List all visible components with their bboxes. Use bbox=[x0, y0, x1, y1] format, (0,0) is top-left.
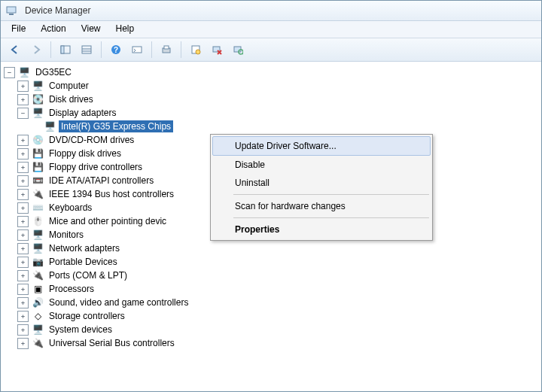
back-button[interactable] bbox=[5, 40, 25, 59]
tree-item-display-adapters[interactable]: −🖥️Display adapters bbox=[17, 106, 538, 120]
toolbar-separator bbox=[101, 41, 102, 58]
tree-item-label: Sound, video and game controllers bbox=[47, 296, 190, 308]
forward-button[interactable] bbox=[26, 40, 46, 59]
context-menu: Update Driver Software... Disable Uninst… bbox=[210, 134, 433, 241]
tree-item-label: Computer bbox=[47, 80, 91, 92]
tree-item-intel-g35[interactable]: 🖥️Intel(R) G35 Express Chips bbox=[31, 120, 538, 133]
expand-icon[interactable]: + bbox=[17, 284, 29, 295]
toolbar-separator bbox=[181, 41, 181, 58]
ctx-separator bbox=[233, 217, 429, 218]
usb-icon: 🔌 bbox=[32, 337, 44, 349]
tree-item-label: Portable Devices bbox=[47, 256, 120, 268]
uninstall-button[interactable] bbox=[207, 40, 227, 59]
collapse-icon[interactable]: − bbox=[4, 67, 15, 78]
tree-item-label: Display adapters bbox=[47, 107, 118, 119]
tree-item-label: Network adapters bbox=[47, 242, 122, 254]
console-button[interactable] bbox=[127, 40, 147, 59]
menu-action[interactable]: Action bbox=[33, 21, 73, 38]
ctx-separator bbox=[233, 194, 429, 195]
ctx-uninstall[interactable]: Uninstall bbox=[212, 174, 431, 192]
intel-g35-icon: 🖥️ bbox=[44, 120, 56, 132]
menu-view[interactable]: View bbox=[74, 21, 108, 38]
expand-icon[interactable]: + bbox=[17, 175, 29, 187]
menubar: File Action View Help bbox=[1, 21, 541, 38]
expand-icon[interactable]: + bbox=[17, 243, 29, 254]
tree-item-label: Keyboards bbox=[47, 202, 94, 214]
svg-rect-9 bbox=[132, 47, 142, 53]
root-icon: 🖥️ bbox=[18, 66, 30, 78]
tree-item-storage[interactable]: +◇Storage controllers bbox=[17, 309, 538, 323]
svg-point-13 bbox=[196, 50, 200, 54]
svg-rect-3 bbox=[61, 46, 64, 53]
tree-item-label: System devices bbox=[47, 324, 114, 336]
titlebar: Device Manager bbox=[1, 1, 541, 21]
expand-icon[interactable]: + bbox=[17, 94, 29, 105]
ports-icon: 🔌 bbox=[32, 269, 44, 281]
print-button[interactable] bbox=[157, 40, 176, 59]
keyboards-icon: ⌨️ bbox=[32, 202, 44, 214]
window-title: Device Manager bbox=[25, 5, 90, 16]
ctx-update-driver[interactable]: Update Driver Software... bbox=[212, 136, 431, 156]
expand-icon[interactable]: + bbox=[17, 202, 29, 214]
tree-item-usb[interactable]: +🔌Universal Serial Bus controllers bbox=[17, 336, 538, 350]
network-icon: 🖥️ bbox=[32, 242, 44, 254]
tree-item-disk-drives[interactable]: +💽Disk drives bbox=[17, 93, 538, 106]
collapse-icon[interactable]: − bbox=[17, 108, 29, 119]
expand-icon[interactable]: + bbox=[17, 229, 29, 241]
svg-rect-0 bbox=[7, 7, 16, 13]
expand-icon[interactable]: + bbox=[17, 135, 29, 146]
portable-icon: 📷 bbox=[32, 256, 44, 268]
menu-help[interactable]: Help bbox=[108, 21, 142, 38]
processors-icon: ▣ bbox=[32, 283, 44, 295]
tree-item-label: Intel(R) G35 Express Chips bbox=[59, 120, 173, 132]
system-icon: 🖥️ bbox=[32, 324, 44, 336]
dvd-cdrom-icon: 💿 bbox=[32, 134, 44, 146]
tree-item-label: Disk drives bbox=[47, 93, 96, 105]
svg-rect-15 bbox=[234, 47, 241, 52]
expand-icon[interactable]: + bbox=[17, 81, 29, 92]
tree-item-sound[interactable]: +🔊Sound, video and game controllers bbox=[17, 296, 538, 309]
sound-icon: 🔊 bbox=[32, 296, 44, 308]
ctx-properties[interactable]: Properties bbox=[212, 220, 431, 239]
details-button[interactable] bbox=[77, 40, 96, 59]
scan-button[interactable] bbox=[228, 40, 248, 59]
expand-icon[interactable]: + bbox=[17, 257, 29, 268]
tree-root-node[interactable]: −🖥️DG35EC bbox=[4, 65, 538, 79]
svg-rect-11 bbox=[164, 46, 169, 49]
app-icon bbox=[5, 5, 17, 17]
expand-icon[interactable]: + bbox=[17, 189, 29, 200]
help-button[interactable]: ? bbox=[106, 40, 126, 59]
show-panel-button[interactable] bbox=[56, 40, 75, 59]
monitors-icon: 🖥️ bbox=[32, 229, 44, 241]
ide-atapi-icon: 📼 bbox=[32, 175, 44, 187]
expand-icon[interactable]: + bbox=[17, 148, 29, 160]
expand-icon[interactable]: + bbox=[17, 338, 29, 349]
toolbar-separator bbox=[151, 41, 152, 58]
menu-file[interactable]: File bbox=[4, 21, 33, 38]
expand-icon[interactable]: + bbox=[17, 270, 29, 281]
expand-icon[interactable]: + bbox=[17, 216, 29, 227]
expand-icon[interactable]: + bbox=[17, 324, 29, 336]
expand-icon[interactable]: + bbox=[17, 162, 29, 173]
expand-icon[interactable]: + bbox=[17, 297, 29, 308]
tree-item-system[interactable]: +🖥️System devices bbox=[17, 323, 538, 336]
tree-item-label: Storage controllers bbox=[47, 310, 127, 322]
toolbar-separator bbox=[50, 41, 51, 58]
svg-text:?: ? bbox=[114, 46, 118, 54]
tree-item-label: Floppy drive controllers bbox=[47, 161, 145, 173]
floppy-disk-icon: 💾 bbox=[32, 147, 44, 160]
ctx-disable[interactable]: Disable bbox=[212, 156, 431, 174]
computer-icon: 🖥️ bbox=[32, 80, 44, 92]
expand-icon[interactable]: + bbox=[17, 311, 29, 322]
tree-item-label: DG35EC bbox=[33, 66, 74, 78]
ctx-scan[interactable]: Scan for hardware changes bbox=[212, 197, 431, 215]
tree-item-label: IEEE 1394 Bus host controllers bbox=[47, 188, 176, 200]
tree-item-computer[interactable]: +🖥️Computer bbox=[17, 79, 538, 93]
svg-line-17 bbox=[242, 53, 243, 54]
properties-button[interactable] bbox=[186, 40, 206, 59]
tree-item-ports[interactable]: +🔌Ports (COM & LPT) bbox=[17, 269, 538, 282]
tree-item-network[interactable]: +🖥️Network adapters bbox=[17, 242, 538, 255]
tree-item-processors[interactable]: +▣Processors bbox=[17, 282, 538, 296]
disk-drives-icon: 💽 bbox=[32, 93, 44, 105]
tree-item-portable[interactable]: +📷Portable Devices bbox=[17, 255, 538, 269]
